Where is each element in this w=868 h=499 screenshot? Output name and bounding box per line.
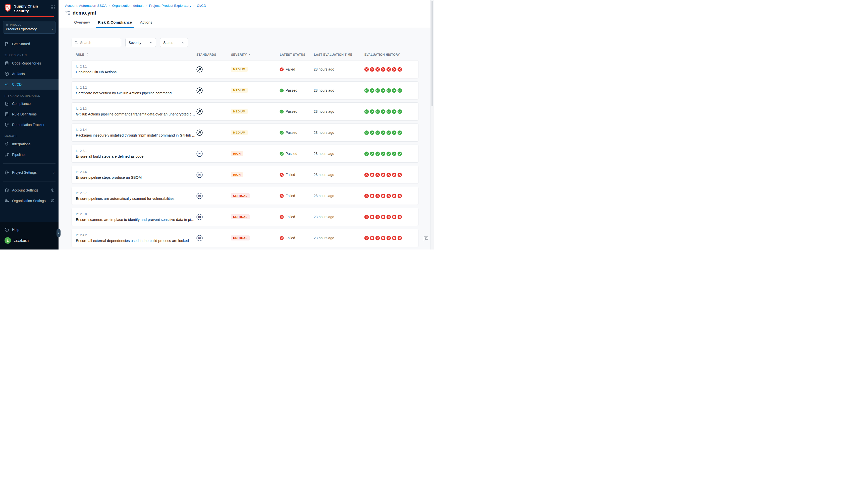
evaluation-pass-icon: [381, 109, 386, 114]
breadcrumb-link-ci-cd[interactable]: CI/CD: [197, 4, 206, 8]
sidebar-collapse-handle[interactable]: ‹: [57, 229, 61, 237]
sidebar-item-remediation-tracker[interactable]: Remediation Tracker: [0, 120, 59, 130]
sidebar-item-label: Code Repositories: [12, 61, 41, 65]
evaluation-history: [364, 109, 414, 114]
sidebar-item-project-settings[interactable]: Project Settings›: [0, 167, 59, 178]
status-label: Failed: [286, 67, 295, 71]
evaluation-pass-icon: [370, 151, 374, 156]
column-header-latest-status[interactable]: LATEST STATUS: [280, 53, 314, 57]
search-icon: [74, 41, 78, 45]
evaluation-fail-icon: [386, 194, 391, 198]
cis-standard-icon: CIS: [196, 193, 231, 199]
severity-badge: MEDIUM: [231, 67, 248, 72]
evaluation-time: 23 hours ago: [314, 131, 364, 135]
rule-cell: Id: 2.4.2Ensure all external dependencie…: [76, 233, 196, 243]
sidebar-item-artifacts[interactable]: Artifacts: [0, 69, 59, 79]
svg-text:CIS: CIS: [198, 174, 201, 176]
column-header-rule[interactable]: RULE: [76, 53, 196, 57]
evaluation-fail-icon: [397, 215, 402, 219]
scrollbar[interactable]: [431, 0, 434, 250]
chat-widget-icon[interactable]: [423, 235, 429, 242]
breadcrumb-link-project-product-exploratory[interactable]: Project: Product Exploratory: [149, 4, 191, 8]
evaluation-pass-icon: [375, 130, 380, 135]
column-header-label: RULE: [76, 53, 84, 57]
user-menu[interactable]: L Lavakush: [0, 235, 59, 246]
pipeline-icon: [4, 153, 9, 157]
column-header-standards[interactable]: STANDARDS: [196, 53, 231, 57]
sidebar-item-compliance[interactable]: Compliance: [0, 98, 59, 109]
tab-risk-compliance[interactable]: Risk & Compliance: [94, 20, 136, 28]
severity-cell: HIGH: [231, 151, 279, 156]
column-header-evaluation-history[interactable]: EVALUATION HISTORY: [364, 53, 414, 57]
evaluation-pass-icon: [370, 130, 374, 135]
status-cell: Failed: [279, 236, 314, 240]
evaluation-pass-icon: [392, 130, 397, 135]
evaluation-fail-icon: [397, 172, 402, 177]
evaluation-time: 23 hours ago: [314, 194, 364, 198]
status-filter[interactable]: Status: [160, 38, 188, 47]
sidebar-item-label: Artifacts: [12, 72, 25, 76]
sidebar-item-ci-cd[interactable]: ∞CI/CD: [0, 79, 59, 89]
rule-id: Id: 2.1.3: [76, 107, 196, 110]
rule-row[interactable]: Id: 2.1.2Certificate not verified by Git…: [72, 81, 419, 99]
module-switcher-icon[interactable]: [50, 5, 55, 11]
user-name: Lavakush: [14, 239, 29, 242]
search-input[interactable]: [80, 41, 119, 45]
app-logo-row: Supply Chain Security: [0, 0, 59, 15]
rule-cell: Id: 2.1.1Unpinned GitHub Actions: [76, 65, 196, 74]
cis-standard-icon: CIS: [196, 214, 231, 220]
evaluation-time: 23 hours ago: [314, 67, 364, 71]
scrollbar-thumb[interactable]: [432, 1, 433, 106]
rule-row[interactable]: Id: 2.1.3GitHub Actions pipeline command…: [72, 102, 419, 121]
evaluation-fail-icon: [386, 67, 391, 72]
info-icon: [51, 188, 55, 192]
sidebar-item-get-started[interactable]: Get Started: [0, 39, 59, 49]
status-filter-label: Status: [163, 41, 173, 45]
sidebar-item-label: Compliance: [12, 102, 31, 106]
sort-icon[interactable]: [86, 53, 89, 57]
severity-filter[interactable]: Severity: [125, 38, 156, 47]
tab-overview[interactable]: Overview: [70, 20, 94, 28]
sidebar-item-account-settings[interactable]: Account Settings: [0, 185, 59, 196]
evaluation-time: 23 hours ago: [314, 88, 364, 93]
tab-actions[interactable]: Actions: [136, 20, 156, 28]
evaluation-time: 23 hours ago: [314, 215, 364, 219]
rule-row[interactable]: Id: 2.1.1Unpinned GitHub ActionsMEDIUMFa…: [72, 60, 419, 78]
project-selector[interactable]: PROJECT Product Exploratory ›: [3, 21, 56, 34]
breadcrumb-link-account-automation-ssca[interactable]: Account: Automation-SSCA: [65, 4, 107, 8]
rule-cell: Id: 2.1.2Certificate not verified by Git…: [76, 86, 196, 95]
rule-name: GitHub Actions pipeline commands transmi…: [76, 112, 196, 116]
evaluation-pass-icon: [381, 151, 386, 156]
rule-name: Packages insecurely installed through “n…: [76, 133, 196, 137]
sort-desc-icon[interactable]: [248, 53, 251, 57]
rule-row[interactable]: Id: 2.3.8Ensure scanners are in place to…: [72, 208, 419, 226]
sidebar-item-rule-definitions[interactable]: Rule Definitions: [0, 109, 59, 120]
chevron-right-icon: ›: [53, 170, 55, 174]
evaluation-history: [364, 236, 414, 241]
rule-row[interactable]: Id: 2.4.6Ensure pipeline steps produce a…: [72, 166, 419, 184]
evaluation-pass-icon: [381, 88, 386, 93]
column-header-label: STANDARDS: [196, 53, 216, 57]
evaluation-history: [364, 88, 414, 93]
breadcrumb-link-organization-default[interactable]: Organization: default: [112, 4, 143, 8]
column-header-severity[interactable]: SEVERITY: [231, 53, 280, 57]
status-cell: Failed: [279, 67, 314, 72]
rule-row[interactable]: Id: 2.3.1Ensure all build steps are defi…: [72, 145, 419, 163]
sidebar-item-integrations[interactable]: Integrations: [0, 139, 59, 149]
column-header-last-evaluation-time[interactable]: LAST EVALUATION TIME: [314, 53, 364, 57]
sidebar-item-code-repositories[interactable]: Code Repositories: [0, 58, 59, 69]
sidebar-item-pipelines[interactable]: Pipelines: [0, 149, 59, 160]
rule-id: Id: 2.3.8: [76, 212, 196, 216]
rule-row[interactable]: Id: 2.4.2Ensure all external dependencie…: [72, 229, 419, 247]
rule-row[interactable]: Id: 2.3.7Ensure pipelines are automatica…: [72, 187, 419, 205]
sidebar-item-organization-settings[interactable]: Organization Settings: [0, 196, 59, 206]
chevron-right-icon: ›: [51, 27, 53, 32]
evaluation-fail-icon: [370, 215, 374, 219]
nav-section-label: SUPPLY CHAIN: [4, 54, 59, 57]
column-header-label: EVALUATION HISTORY: [364, 53, 400, 57]
status-cell: Passed: [279, 151, 314, 156]
rule-row[interactable]: Id: 2.1.4Packages insecurely installed t…: [72, 123, 419, 142]
status-label: Failed: [286, 173, 295, 177]
svg-text:CIS: CIS: [198, 195, 201, 197]
sidebar-item-help[interactable]: ? Help: [0, 224, 59, 235]
